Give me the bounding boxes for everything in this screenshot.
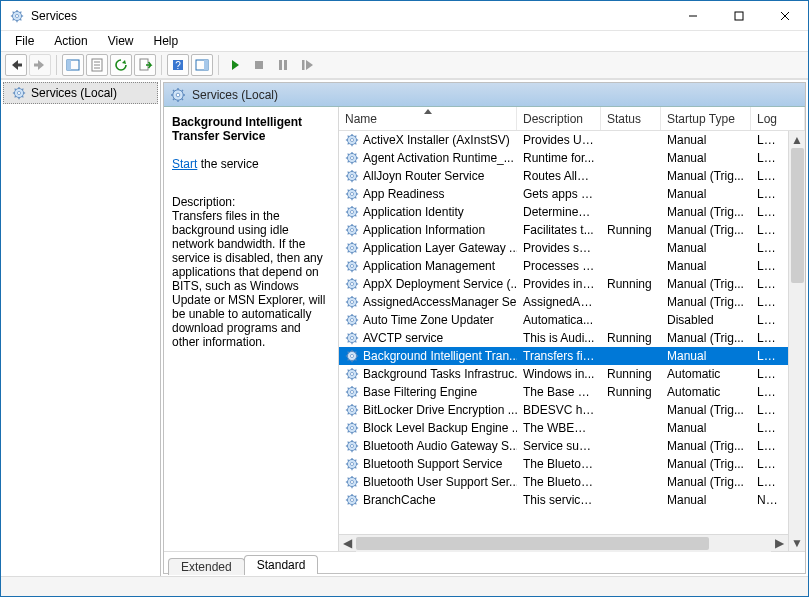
svg-rect-15 (34, 64, 39, 67)
column-name[interactable]: Name (339, 107, 517, 130)
column-startup-type[interactable]: Startup Type (661, 107, 751, 130)
scroll-thumb[interactable] (356, 537, 709, 550)
service-row[interactable]: Application IdentityDetermines ...Manual… (339, 203, 788, 221)
refresh-button[interactable] (110, 54, 132, 76)
column-description[interactable]: Description (517, 107, 601, 130)
separator (218, 55, 219, 75)
service-description: Facilitates t... (517, 223, 601, 237)
scroll-thumb[interactable] (791, 148, 804, 283)
service-description: Provides Us... (517, 133, 601, 147)
service-row[interactable]: Background Intelligent Tran...Transfers … (339, 347, 788, 365)
selected-service-name: Background Intelligent Transfer Service (172, 115, 330, 143)
menu-help[interactable]: Help (144, 32, 189, 50)
service-name: Bluetooth Support Service (363, 457, 502, 471)
service-name: Background Intelligent Tran... (363, 349, 517, 363)
start-service-button[interactable] (224, 54, 246, 76)
service-name: AVCTP service (363, 331, 443, 345)
gear-icon (345, 133, 359, 147)
scroll-up-arrow-icon[interactable]: ▲ (789, 131, 805, 148)
menu-file[interactable]: File (5, 32, 44, 50)
service-name: Background Tasks Infrastruc... (363, 367, 517, 381)
column-status[interactable]: Status (601, 107, 661, 130)
stop-service-button[interactable] (248, 54, 270, 76)
properties-button[interactable] (86, 54, 108, 76)
minimize-button[interactable] (670, 1, 716, 30)
service-name: Application Layer Gateway ... (363, 241, 517, 255)
service-description: This is Audi... (517, 331, 601, 345)
detail-pane: Services (Local) Background Intelligent … (163, 82, 806, 574)
main-body: Services (Local) Services (Local) Backgr… (1, 79, 808, 576)
menu-action[interactable]: Action (44, 32, 97, 50)
service-row[interactable]: BranchCacheThis service ...ManualNetw (339, 491, 788, 509)
service-logon: Loca (751, 169, 788, 183)
service-logon: Loca (751, 367, 788, 381)
service-row[interactable]: ActiveX Installer (AxInstSV)Provides Us.… (339, 131, 788, 149)
service-name: Bluetooth User Support Ser... (363, 475, 517, 489)
scroll-right-arrow-icon[interactable]: ▶ (771, 535, 788, 552)
service-row[interactable]: Bluetooth User Support Ser...The Bluetoo… (339, 473, 788, 491)
vertical-scrollbar[interactable]: ▲ ▼ (788, 131, 805, 551)
gear-icon (345, 313, 359, 327)
show-hide-tree-button[interactable] (62, 54, 84, 76)
gear-icon (345, 151, 359, 165)
back-button[interactable] (5, 54, 27, 76)
services-list: Name Description Status Startup Type Log… (339, 107, 805, 551)
service-row[interactable]: AssignedAccessManager Se...AssignedAc...… (339, 293, 788, 311)
scroll-track[interactable] (356, 535, 771, 552)
service-row[interactable]: Agent Activation Runtime_...Runtime for.… (339, 149, 788, 167)
service-startup-type: Manual (661, 421, 751, 435)
service-startup-type: Manual (Trig... (661, 439, 751, 453)
service-row[interactable]: Application ManagementProcesses in...Man… (339, 257, 788, 275)
export-list-button[interactable] (134, 54, 156, 76)
service-description: The Base Fil... (517, 385, 601, 399)
tab-standard[interactable]: Standard (244, 555, 319, 574)
service-name: App Readiness (363, 187, 444, 201)
pause-service-button[interactable] (272, 54, 294, 76)
service-status: Running (601, 277, 661, 291)
service-row[interactable]: Base Filtering EngineThe Base Fil...Runn… (339, 383, 788, 401)
scroll-left-arrow-icon[interactable]: ◀ (339, 535, 356, 552)
service-description: Runtime for... (517, 151, 601, 165)
column-logon[interactable]: Log (751, 107, 805, 130)
service-row[interactable]: AVCTP serviceThis is Audi...RunningManua… (339, 329, 788, 347)
service-row[interactable]: Auto Time Zone UpdaterAutomatica...Disab… (339, 311, 788, 329)
start-service-link[interactable]: Start (172, 157, 197, 171)
service-description: This service ... (517, 493, 601, 507)
scroll-track[interactable] (789, 148, 805, 534)
service-row[interactable]: Bluetooth Audio Gateway S...Service sup.… (339, 437, 788, 455)
service-description: Transfers fil... (517, 349, 601, 363)
service-row[interactable]: BitLocker Drive Encryption ...BDESVC hos… (339, 401, 788, 419)
service-logon: Loca (751, 349, 788, 363)
service-startup-type: Manual (Trig... (661, 403, 751, 417)
menu-view[interactable]: View (98, 32, 144, 50)
maximize-button[interactable] (716, 1, 762, 30)
close-button[interactable] (762, 1, 808, 30)
service-row[interactable]: Application InformationFacilitates t...R… (339, 221, 788, 239)
scroll-down-arrow-icon[interactable]: ▼ (789, 534, 805, 551)
service-row[interactable]: Background Tasks Infrastruc...Windows in… (339, 365, 788, 383)
service-row[interactable]: AppX Deployment Service (...Provides inf… (339, 275, 788, 293)
detail-header-title: Services (Local) (192, 88, 278, 102)
tree-root-services-local[interactable]: Services (Local) (3, 82, 158, 104)
service-row[interactable]: AllJoyn Router ServiceRoutes AllJo...Man… (339, 167, 788, 185)
restart-service-button[interactable] (296, 54, 318, 76)
horizontal-scrollbar[interactable]: ◀ ▶ (339, 534, 788, 551)
service-logon: Loca (751, 223, 788, 237)
show-hide-action-pane-button[interactable] (191, 54, 213, 76)
service-startup-type: Manual (661, 151, 751, 165)
service-logon: Loca (751, 151, 788, 165)
tab-extended[interactable]: Extended (168, 558, 245, 575)
service-row[interactable]: Application Layer Gateway ...Provides su… (339, 239, 788, 257)
toolbar: ? (1, 51, 808, 79)
service-logon: Loca (751, 133, 788, 147)
forward-button[interactable] (29, 54, 51, 76)
service-rows: ActiveX Installer (AxInstSV)Provides Us.… (339, 131, 788, 534)
service-row[interactable]: App ReadinessGets apps re...ManualLoca (339, 185, 788, 203)
service-logon: Loca (751, 475, 788, 489)
svg-text:?: ? (175, 60, 181, 71)
help-button[interactable]: ? (167, 54, 189, 76)
service-row[interactable]: Bluetooth Support ServiceThe Bluetoo...M… (339, 455, 788, 473)
gear-icon (345, 421, 359, 435)
service-row[interactable]: Block Level Backup Engine ...The WBENG..… (339, 419, 788, 437)
service-startup-type: Manual (661, 493, 751, 507)
